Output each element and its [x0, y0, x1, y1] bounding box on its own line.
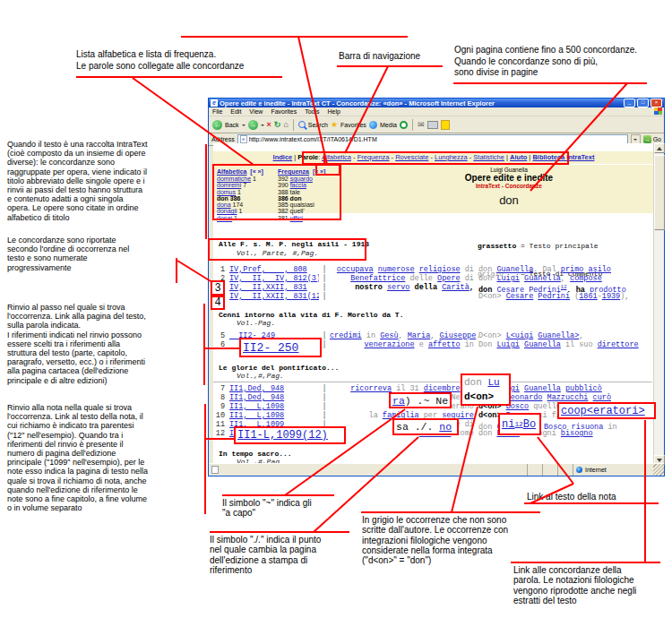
maximize-button[interactable]: □ — [637, 99, 649, 107]
ref-link[interactable]: II1, L,1098 — [229, 411, 319, 420]
media-icon[interactable] — [369, 121, 377, 129]
link[interactable]: Maria — [408, 331, 431, 340]
link[interactable]: Statistiche — [473, 153, 504, 161]
link[interactable]: domus — [217, 189, 236, 195]
ref-link[interactable]: IV, II, IV, 812(3) — [229, 274, 319, 283]
link[interactable]: Frequenza — [358, 153, 390, 161]
link[interactable]: II1-L,1099(12) — [237, 429, 328, 442]
search-label[interactable]: Search — [308, 122, 328, 128]
link[interactable]: donagli — [217, 208, 237, 214]
link[interactable]: occupava — [337, 265, 374, 274]
media-label[interactable]: Media — [380, 122, 397, 128]
ref-link[interactable]: IV, II,XXII, 831 — [229, 283, 319, 292]
link[interactable]: domremi — [217, 182, 241, 188]
stop-icon[interactable]: × — [267, 120, 271, 130]
link[interactable]: Giuseppe — [439, 331, 476, 340]
menu-item-view[interactable]: View — [249, 108, 263, 115]
link[interactable]: Guanella — [524, 384, 561, 393]
link[interactable]: faccia — [290, 182, 306, 188]
link[interactable]: L<uigi — [506, 331, 534, 340]
alphabetical-list-header[interactable]: Alfabetica [« »] — [217, 167, 276, 176]
resize-grip[interactable] — [653, 464, 664, 476]
link[interactable]: risuona — [572, 423, 604, 429]
minimize-button[interactable]: _ — [624, 99, 635, 107]
link[interactable]: servo — [387, 283, 410, 292]
close-button[interactable]: × — [650, 99, 662, 107]
back-label[interactable]: Back — [225, 122, 239, 128]
menu-item-edit[interactable]: Edit — [230, 108, 241, 115]
link[interactable]: no — [439, 421, 452, 433]
link[interactable]: Bo — [523, 418, 536, 431]
link[interactable]: dona — [217, 202, 231, 208]
link[interactable]: Cesare — [506, 292, 534, 301]
link[interactable]: Pedrini — [538, 292, 570, 301]
mail-icon[interactable]: ✉ — [418, 120, 425, 130]
link[interactable]: uffici — [290, 215, 303, 221]
link[interactable]: Indice — [273, 153, 293, 161]
link[interactable]: Alfabetica — [217, 168, 246, 175]
back-dropdown-icon[interactable] — [242, 124, 246, 128]
refresh-icon[interactable]: ↻ — [274, 120, 281, 130]
link[interactable]: Gesù — [380, 331, 398, 340]
link[interactable]: Carità — [442, 283, 470, 292]
link[interactable]: Biblioteca IntraText — [532, 153, 594, 161]
link[interactable]: direttore — [598, 340, 639, 349]
menu-item-tools[interactable]: Tools — [305, 108, 319, 115]
link[interactable]: pubblicò — [565, 384, 602, 393]
link[interactable]: ni — [502, 418, 514, 431]
history-icon[interactable] — [400, 121, 408, 129]
link[interactable]: Mazzucchi — [547, 393, 589, 402]
link[interactable]: II2- 250 — [243, 341, 298, 355]
search-icon[interactable] — [298, 121, 306, 128]
link[interactable]: Cesare — [496, 286, 524, 292]
link[interactable]: bisogno — [561, 429, 593, 438]
favorites-label[interactable]: Favorites — [340, 122, 366, 128]
link[interactable]: religiose — [419, 265, 461, 274]
link[interactable]: venerazione — [364, 340, 414, 349]
link[interactable]: Lunghezza — [435, 153, 468, 161]
scrollbar-thumb[interactable] — [654, 155, 665, 230]
link[interactable]: Benefattrice — [350, 274, 405, 283]
link[interactable]: Bosco — [544, 423, 567, 429]
address-url[interactable]: http://www.intratext.com/IXT/ITA0614/D1.… — [249, 136, 377, 142]
ref-link[interactable]: II1,Ded, 948 — [229, 393, 319, 402]
link[interactable]: coop<eratori> — [561, 405, 645, 417]
link[interactable]: curò — [593, 393, 611, 402]
link[interactable]: Guanella — [524, 340, 561, 349]
link[interactable]: compose — [570, 274, 602, 283]
menu-item-file[interactable]: File — [212, 108, 222, 115]
link[interactable]: Guanella> — [538, 331, 579, 340]
link[interactable]: 12 — [514, 421, 522, 428]
back-icon[interactable]: ← — [212, 120, 222, 130]
ref-link[interactable]: II1,Ded, 948 — [229, 384, 319, 393]
go-button[interactable]: → Go — [643, 135, 661, 143]
ref-link[interactable]: IV, II,XXII, 831(12) — [229, 292, 319, 301]
link[interactable]: dommatiche — [217, 176, 251, 182]
print-icon[interactable] — [427, 121, 438, 129]
menu-item-favorites[interactable]: Favorites — [271, 108, 297, 115]
forward-dropdown-icon[interactable] — [261, 124, 264, 128]
link[interactable]: asilo — [588, 265, 611, 274]
link[interactable]: prodotto — [590, 286, 626, 292]
title-bar[interactable]: e Opere edite e inedite - IntraText CT -… — [209, 99, 664, 107]
scroll-up-button[interactable] — [654, 143, 665, 153]
home-icon[interactable]: ⌂ — [283, 120, 288, 130]
edit-icon[interactable] — [441, 120, 450, 130]
ref-link[interactable]: IV,Pref, , 808 — [229, 265, 319, 274]
link[interactable]: credimi — [330, 331, 362, 340]
link[interactable]: ricorreva — [350, 384, 392, 393]
link[interactable]: Rovesciate — [395, 153, 428, 161]
link[interactable]: Frequenza — [278, 168, 309, 175]
forward-icon[interactable]: → — [248, 120, 258, 130]
ref-link[interactable]: II1, L,1098 — [229, 402, 319, 411]
link[interactable]: numerose — [378, 265, 415, 274]
link[interactable]: 1939 — [602, 292, 620, 301]
link[interactable]: sguardo — [290, 176, 313, 182]
menu-item-help[interactable]: Help — [328, 108, 340, 115]
link[interactable]: primo — [561, 265, 584, 274]
frequency-list-header[interactable]: Frequenza [« »] — [278, 167, 353, 176]
link[interactable]: Luigi — [496, 340, 520, 349]
link[interactable]: Pedrini — [529, 286, 561, 292]
link[interactable]: affetto — [428, 340, 461, 349]
link[interactable]: Opere — [437, 274, 461, 283]
